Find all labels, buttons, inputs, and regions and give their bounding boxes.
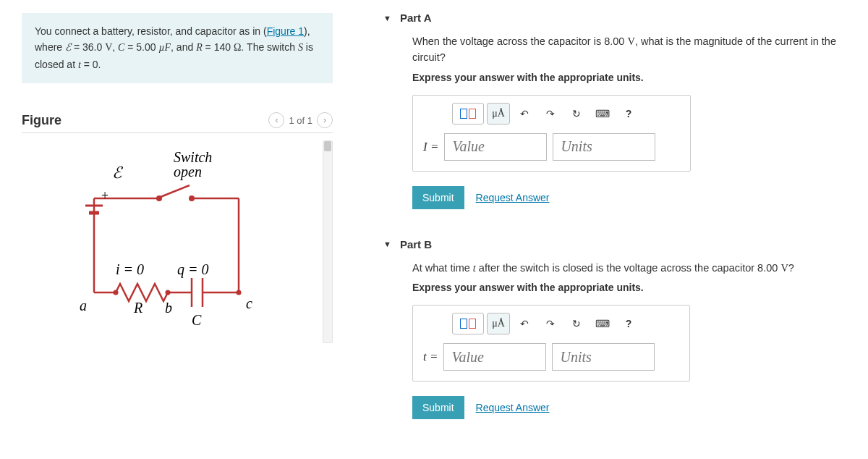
caret-down-icon: ▼ — [383, 240, 391, 248]
problem-text: You connect a battery, resistor, and cap… — [35, 25, 267, 37]
figure-title: Figure — [22, 113, 61, 128]
figure-page-count: 1 of 1 — [289, 115, 312, 126]
part-a-value-input[interactable] — [444, 133, 547, 161]
units-format-button[interactable]: μÅ — [487, 313, 510, 334]
node-a: a — [80, 298, 87, 313]
part-b-submit-button[interactable]: Submit — [412, 396, 464, 419]
part-b-instruction: Express your answer with the appropriate… — [412, 282, 861, 293]
undo-button[interactable]: ↶ — [513, 103, 536, 125]
part-b-variable: t = — [423, 350, 438, 364]
part-a-header[interactable]: ▼ Part A — [383, 0, 861, 30]
q0-label: q = 0 — [177, 261, 209, 278]
part-a-instruction: Express your answer with the appropriate… — [412, 72, 861, 83]
figure-prev-button[interactable]: ‹ — [268, 112, 284, 128]
reset-button[interactable]: ↻ — [565, 313, 588, 334]
redo-button[interactable]: ↷ — [539, 103, 562, 125]
part-b-title: Part B — [400, 238, 432, 250]
svg-point-3 — [166, 290, 171, 295]
part-a-units-input[interactable] — [553, 133, 655, 161]
part-a-answer-box: μÅ ↶ ↷ ↻ ⌨ ? I = — [412, 95, 691, 172]
part-a-variable: I = — [423, 140, 438, 154]
undo-button[interactable]: ↶ — [513, 313, 536, 334]
part-b-header[interactable]: ▼ Part B — [383, 227, 861, 256]
part-b-request-answer[interactable]: Request Answer — [476, 402, 550, 413]
units-format-button[interactable]: μÅ — [487, 103, 510, 125]
svg-point-2 — [114, 290, 119, 295]
c-label: C — [192, 312, 202, 328]
help-button[interactable]: ? — [617, 103, 640, 125]
figure-scrollbar[interactable]: ▴ — [323, 140, 333, 343]
node-b: b — [165, 300, 172, 316]
figure-pager: ‹ 1 of 1 › — [268, 112, 333, 128]
figure-next-button[interactable]: › — [317, 112, 333, 128]
i0-label: i = 0 — [116, 261, 144, 277]
open-label: open — [174, 164, 202, 180]
switch-label: Switch — [174, 149, 212, 165]
svg-point-1 — [189, 195, 195, 201]
part-a-question: When the voltage across the capacitor is… — [412, 34, 861, 66]
keyboard-button[interactable]: ⌨ — [591, 103, 614, 125]
redo-button[interactable]: ↷ — [539, 313, 562, 334]
help-button[interactable]: ? — [617, 313, 640, 334]
reset-button[interactable]: ↻ — [565, 103, 588, 125]
part-a-request-answer[interactable]: Request Answer — [476, 192, 550, 203]
keyboard-button[interactable]: ⌨ — [591, 313, 614, 334]
part-a-submit-button[interactable]: Submit — [412, 186, 464, 209]
r-label: R — [133, 300, 142, 316]
circuit-diagram: Switch open ℰ + i = 0 q = 0 a b c R C — [22, 140, 318, 343]
part-b-question: At what time t after the switch is close… — [412, 261, 861, 277]
figure-link[interactable]: Figure 1 — [267, 25, 304, 37]
svg-point-0 — [156, 195, 162, 201]
plus-label: + — [101, 188, 109, 203]
templates-button[interactable] — [452, 313, 484, 334]
scroll-thumb[interactable] — [324, 141, 331, 151]
part-b-units-input[interactable] — [552, 343, 655, 371]
emf-label: ℰ — [112, 164, 124, 182]
svg-point-4 — [237, 290, 242, 295]
part-b-value-input[interactable] — [443, 343, 546, 371]
problem-statement: You connect a battery, resistor, and cap… — [22, 13, 333, 83]
caret-down-icon: ▼ — [383, 14, 391, 22]
node-c: c — [246, 295, 252, 311]
templates-button[interactable] — [452, 103, 484, 125]
part-a-title: Part A — [400, 12, 432, 24]
part-b-answer-box: μÅ ↶ ↷ ↻ ⌨ ? t = — [412, 305, 690, 382]
